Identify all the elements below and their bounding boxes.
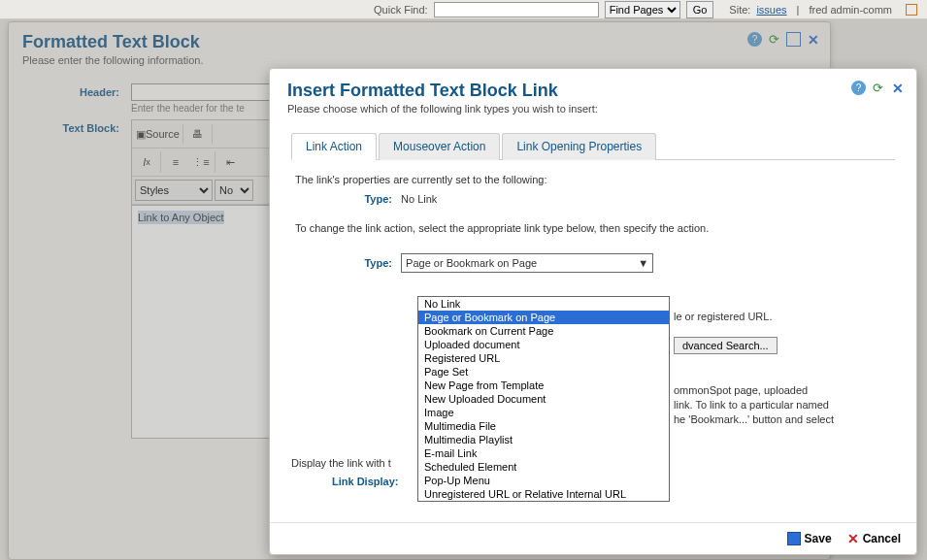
findpages-select[interactable]: Find Pages bbox=[605, 1, 680, 18]
site-label: Site: bbox=[729, 4, 750, 16]
maximize-icon[interactable] bbox=[906, 4, 917, 16]
change-instruction: To change the link action, select the ap… bbox=[295, 222, 891, 234]
type-option[interactable]: Multimedia Playlist bbox=[418, 433, 669, 446]
tab-link-opening[interactable]: Link Opening Properties bbox=[502, 133, 656, 160]
site-link[interactable]: issues bbox=[756, 4, 786, 16]
top-toolbar: Quick Find: Find Pages Go Site: issues |… bbox=[0, 0, 927, 19]
link-display-label: Link Display: bbox=[332, 476, 398, 487]
advanced-search-button[interactable]: dvanced Search... bbox=[674, 337, 778, 354]
type-label-2: Type: bbox=[295, 257, 392, 269]
user-label: fred admin-comm bbox=[809, 4, 892, 16]
type-option[interactable]: Multimedia File bbox=[418, 419, 669, 433]
type-option[interactable]: Scheduled Element bbox=[418, 460, 669, 474]
type-option[interactable]: Unregistered URL or Relative Internal UR… bbox=[418, 487, 669, 501]
modal-title: Insert Formatted Text Block Link bbox=[270, 69, 916, 103]
type-option[interactable]: E-mail Link bbox=[418, 446, 669, 460]
modal-subtitle: Please choose which of the following lin… bbox=[270, 103, 916, 122]
quickfind-input[interactable] bbox=[434, 2, 599, 17]
type-option[interactable]: Page or Bookmark on Page bbox=[418, 311, 669, 324]
type-option[interactable]: New Uploaded Document bbox=[418, 392, 669, 406]
type-dropdown-list[interactable]: No LinkPage or Bookmark on PageBookmark … bbox=[417, 296, 670, 502]
type-option[interactable]: Bookmark on Current Page bbox=[418, 324, 669, 338]
type-option[interactable]: Pop-Up Menu bbox=[418, 474, 669, 487]
partial-text-1: le or registered URL. bbox=[674, 311, 773, 322]
close-icon[interactable]: ✕ bbox=[890, 81, 905, 95]
save-icon bbox=[787, 532, 801, 545]
chevron-down-icon: ▼ bbox=[638, 257, 648, 269]
type-option[interactable]: Image bbox=[418, 406, 669, 419]
partial-help-text: ommonSpot page, uploaded link. To link t… bbox=[674, 383, 903, 427]
modal-footer: Save ✕ Cancel bbox=[270, 522, 916, 554]
quickfind-label: Quick Find: bbox=[374, 4, 428, 16]
type-option[interactable]: Uploaded document bbox=[418, 338, 669, 351]
tab-link-action[interactable]: Link Action bbox=[291, 133, 377, 160]
display-link-line: Display the link with t bbox=[291, 457, 391, 469]
current-type-value: No Link bbox=[401, 193, 437, 205]
cancel-button[interactable]: ✕ Cancel bbox=[847, 531, 901, 546]
save-button[interactable]: Save bbox=[787, 531, 832, 546]
type-option[interactable]: No Link bbox=[418, 297, 669, 311]
type-select[interactable]: Page or Bookmark on Page ▼ bbox=[401, 253, 653, 273]
help-icon[interactable]: ? bbox=[851, 81, 866, 95]
cancel-icon: ✕ bbox=[847, 531, 859, 546]
type-option[interactable]: Registered URL bbox=[418, 351, 669, 365]
type-option[interactable]: New Page from Template bbox=[418, 379, 669, 392]
refresh-icon[interactable]: ⟳ bbox=[871, 81, 885, 95]
type-option[interactable]: Page Set bbox=[418, 365, 669, 379]
go-button[interactable]: Go bbox=[686, 1, 714, 18]
current-properties-line: The link's properties are currently set … bbox=[295, 174, 891, 185]
type-label: Type: bbox=[295, 193, 392, 205]
tab-mouseover-action[interactable]: Mouseover Action bbox=[379, 133, 500, 160]
tab-bar: Link Action Mouseover Action Link Openin… bbox=[291, 132, 895, 160]
